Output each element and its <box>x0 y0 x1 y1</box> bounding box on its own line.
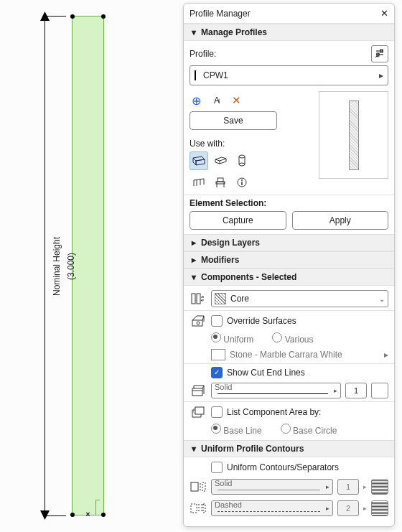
surface-swatch <box>211 349 225 360</box>
component-swap-icon[interactable] <box>190 291 207 306</box>
sliders-icon <box>375 49 385 59</box>
profile-label: Profile: <box>190 49 216 59</box>
outer-pen-button[interactable] <box>371 479 388 495</box>
close-button[interactable]: ✕ <box>380 8 388 19</box>
section-label: Manage Profiles <box>201 27 267 37</box>
use-with-wall[interactable] <box>190 151 208 170</box>
section-modifiers[interactable]: ▸ Modifiers <box>184 251 394 269</box>
section-label: Components - Selected <box>201 272 296 282</box>
use-with-column[interactable] <box>233 151 251 170</box>
caret-down-icon: ▾ <box>190 272 198 282</box>
use-with-object[interactable] <box>211 173 230 192</box>
chevron-down-icon: ⌄ <box>379 295 385 303</box>
component-select[interactable]: Core ⌄ <box>211 290 388 307</box>
base-circle-label: Base Circle <box>293 426 337 436</box>
component-name: Core <box>230 294 249 304</box>
uniform-contours-label: Uniform Contours/Separators <box>227 462 339 472</box>
svg-rect-26 <box>192 294 195 304</box>
caret-down-icon: ▾ <box>190 27 198 37</box>
svg-rect-22 <box>216 182 225 184</box>
delete-profile-button[interactable]: ✕ <box>230 94 243 107</box>
section-design-layers[interactable]: ▸ Design Layers <box>184 234 394 251</box>
caret-right-icon: ▸ <box>190 238 198 248</box>
element-selection-label: Element Selection: <box>190 198 388 208</box>
uniform-radio <box>211 332 221 342</box>
area-icon <box>190 405 207 419</box>
surface-icon <box>190 314 207 328</box>
uniform-label: Uniform <box>223 335 253 345</box>
svg-rect-36 <box>191 504 197 513</box>
chevron-right-icon: ▸ <box>363 505 367 512</box>
use-with-label: Use with: <box>190 139 313 149</box>
line-weight-input[interactable]: 1 <box>345 383 367 398</box>
base-circle-radio <box>281 424 291 434</box>
svg-point-16 <box>239 163 245 166</box>
profile-manager-panel: Profile Manager ✕ ▾ Manage Profiles Prof… <box>183 3 395 527</box>
fill-hatch-icon <box>215 293 226 304</box>
use-with-railing[interactable] <box>190 173 208 192</box>
svg-rect-30 <box>192 388 202 396</box>
svg-marker-8 <box>196 159 205 165</box>
inner-pen-button[interactable] <box>371 500 388 516</box>
panel-title: Profile Manager <box>190 9 380 19</box>
section-manage-profiles[interactable]: ▾ Manage Profiles <box>184 24 394 41</box>
arrow-up-icon <box>40 11 50 21</box>
base-line-label: Base Line <box>223 426 261 436</box>
section-label: Modifiers <box>201 255 239 265</box>
various-label: Various <box>285 335 314 345</box>
pen-color-button[interactable] <box>371 383 388 398</box>
profile-settings-button[interactable] <box>371 45 388 62</box>
drawing-canvas: × Nominal Height (3.000) <box>0 0 183 532</box>
svg-rect-32 <box>195 407 204 414</box>
inner-contour-icon <box>190 501 207 515</box>
section-components[interactable]: ▾ Components - Selected <box>184 269 394 286</box>
panel-titlebar: Profile Manager ✕ <box>184 4 394 24</box>
save-button[interactable]: Save <box>190 111 277 130</box>
chevron-right-icon: ▸ <box>363 483 367 490</box>
surface-name: Stone - Marble Carrara White <box>230 350 380 360</box>
list-area-checkbox[interactable] <box>211 406 223 418</box>
profile-thumbnail-icon <box>195 70 196 80</box>
svg-rect-35 <box>202 482 205 491</box>
use-with-info[interactable] <box>233 173 251 192</box>
use-with-beam[interactable] <box>211 151 230 170</box>
section-contours[interactable]: ▾ Uniform Profile Contours <box>184 440 394 457</box>
arrow-down-icon <box>40 510 50 520</box>
rename-profile-button[interactable]: AI <box>210 94 223 107</box>
cut-lines-label: Show Cut End Lines <box>227 368 305 378</box>
add-profile-button[interactable]: ⊕ <box>190 94 202 107</box>
dimension-line <box>45 16 45 515</box>
outer-contour-icon <box>190 480 207 494</box>
line-style-select[interactable]: Solid ▸ <box>211 383 341 398</box>
override-surfaces-checkbox[interactable] <box>211 315 223 327</box>
capture-button[interactable]: Capture <box>190 211 286 230</box>
svg-rect-39 <box>203 504 205 513</box>
svg-point-13 <box>239 155 245 158</box>
profile-select[interactable]: CPW1 ▸ <box>190 65 388 85</box>
chevron-right-icon: ▸ <box>326 483 329 490</box>
various-radio <box>272 332 282 342</box>
dimension-value: (3.000) <box>66 252 76 279</box>
chevron-right-icon: ▸ <box>379 70 383 80</box>
caret-right-icon: ▸ <box>190 255 198 265</box>
inner-line-style: Dashed ▸ <box>211 500 333 516</box>
outer-line-style: Solid ▸ <box>211 479 333 495</box>
chevron-right-icon: ▸ <box>334 387 337 394</box>
svg-rect-27 <box>197 294 200 304</box>
cut-lines-checkbox[interactable] <box>211 367 223 378</box>
apply-button[interactable]: Apply <box>292 211 389 230</box>
chevron-right-icon: ▸ <box>326 505 329 512</box>
profile-name: CPW1 <box>203 70 228 80</box>
profile-shape[interactable]: × <box>72 16 104 515</box>
dimension-label: Nominal Height <box>52 236 62 295</box>
base-line-radio <box>211 424 221 434</box>
inner-line-weight: 2 <box>337 500 359 516</box>
line-attributes-icon <box>190 383 207 398</box>
profile-preview <box>319 91 388 179</box>
svg-marker-9 <box>215 157 226 161</box>
svg-marker-1 <box>40 510 50 520</box>
uniform-contours-checkbox[interactable] <box>211 462 223 473</box>
caret-down-icon: ▾ <box>190 444 198 454</box>
svg-point-29 <box>197 322 200 325</box>
section-label: Design Layers <box>201 238 260 248</box>
